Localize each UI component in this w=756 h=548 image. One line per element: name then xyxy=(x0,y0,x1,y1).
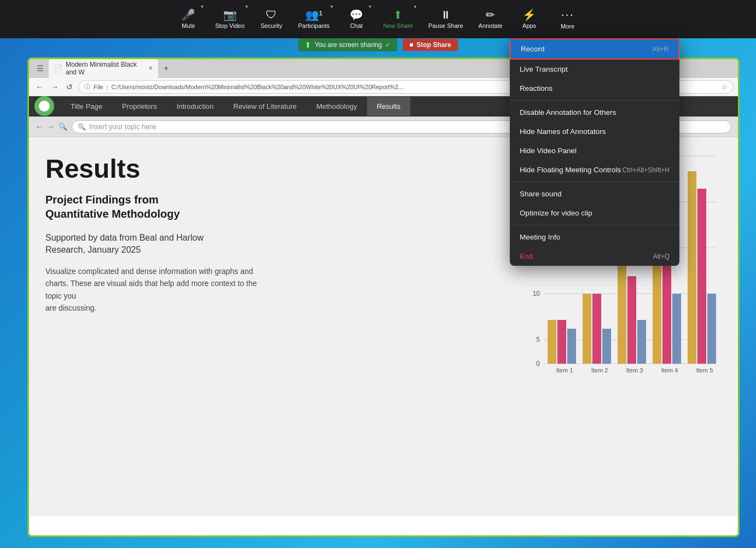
tab-review-of-literature[interactable]: Review of Literature xyxy=(224,97,307,116)
chat-icon: 💬 xyxy=(350,9,363,20)
hide-video-panel-label: Hide Video Panel xyxy=(520,147,577,155)
address-info-icon: ⓘ xyxy=(84,83,90,91)
back-button[interactable]: ← xyxy=(33,81,45,92)
participants-button[interactable]: 👥¹ Participants ▼ xyxy=(290,0,337,38)
share-sound-menu-item[interactable]: Share sound xyxy=(510,184,679,203)
new-share-label: New Share xyxy=(383,22,413,29)
forward-button[interactable]: → xyxy=(49,81,61,92)
security-button[interactable]: 🛡 Security xyxy=(252,0,290,38)
tab-results[interactable]: Results xyxy=(367,97,410,116)
bar-item3-c xyxy=(637,320,646,364)
mute-button[interactable]: 🎤 Mute ▼ xyxy=(169,0,207,38)
search-zoom-button[interactable]: 🔍 xyxy=(59,123,67,131)
hide-video-panel-menu-item[interactable]: Hide Video Panel xyxy=(510,141,679,160)
stop-video-caret: ▼ xyxy=(245,4,249,9)
end-shortcut: Alt+Q xyxy=(653,253,670,260)
record-menu-item[interactable]: Record Alt+R xyxy=(510,38,679,60)
pause-share-label: Pause Share xyxy=(428,22,463,29)
more-label: More xyxy=(561,23,574,30)
svg-text:Item 1: Item 1 xyxy=(556,367,573,374)
address-icons: ☆ xyxy=(722,83,728,91)
bar-item1-a xyxy=(548,320,556,364)
live-transcript-label: Live Transcript xyxy=(520,65,568,73)
address-separator: | xyxy=(107,84,108,90)
reload-button[interactable]: ↺ xyxy=(64,81,75,92)
tab-proprietors[interactable]: Proprietors xyxy=(112,97,167,116)
address-file-label: File xyxy=(94,84,103,90)
meeting-info-menu-item[interactable]: Meeting Info xyxy=(510,228,679,247)
bar-item2-c xyxy=(602,329,611,364)
pause-share-button[interactable]: ⏸ Pause Share xyxy=(421,0,471,38)
new-share-caret: ▼ xyxy=(413,4,417,9)
bar-item3-b xyxy=(627,276,636,364)
bar-item2-a xyxy=(583,294,591,364)
menu-divider-2 xyxy=(510,182,679,182)
bar-item5-c xyxy=(707,294,716,364)
tab-title-page[interactable]: Title Page xyxy=(61,97,112,116)
svg-text:Item 4: Item 4 xyxy=(661,367,678,374)
annotate-icon: ✏ xyxy=(486,9,495,20)
disable-annotation-menu-item[interactable]: Disable Annotation for Others xyxy=(510,103,679,122)
hide-floating-shortcut: Ctrl+Alt+Shift+H xyxy=(623,166,670,174)
bar-item1-b xyxy=(557,320,566,364)
slide-subtitle: Project Findings fromQuantitative Method… xyxy=(45,193,503,221)
hide-floating-menu-item[interactable]: Hide Floating Meeting Controls Ctrl+Alt+… xyxy=(510,160,679,179)
slide-body: Visualize complicated and dense informat… xyxy=(45,265,503,314)
stop-share-button[interactable]: ■ Stop Share xyxy=(403,39,458,51)
end-label: End xyxy=(520,252,533,260)
meeting-info-label: Meeting Info xyxy=(520,233,560,241)
hide-names-menu-item[interactable]: Hide Names of Annotators xyxy=(510,122,679,141)
more-button[interactable]: ··· More xyxy=(549,0,587,38)
browser-tab[interactable]: 📄 Modern Minimalist Black and W ✕ xyxy=(49,59,158,78)
stop-share-label: Stop Share xyxy=(416,41,451,49)
participants-caret: ▼ xyxy=(330,4,334,9)
chat-button[interactable]: 💬 Chat ▼ xyxy=(338,0,376,38)
menu-divider-1 xyxy=(510,100,679,101)
new-share-button[interactable]: ⬆ New Share ▼ xyxy=(376,0,421,38)
svg-text:10: 10 xyxy=(533,290,540,298)
live-transcript-menu-item[interactable]: Live Transcript xyxy=(510,60,679,79)
share-bar: ⬆ You are screen sharing ✓ ■ Stop Share xyxy=(298,38,458,51)
search-back-button[interactable]: ← xyxy=(36,123,43,131)
search-placeholder: Insert your topic here xyxy=(89,123,156,131)
disable-annotation-label: Disable Annotation for Others xyxy=(520,108,616,116)
search-icon: 🔍 xyxy=(78,123,86,131)
apps-label: Apps xyxy=(522,22,536,29)
tab-methodology[interactable]: Methodology xyxy=(306,97,367,116)
stop-video-button[interactable]: 📷 Stop Video ▼ xyxy=(207,0,252,38)
bar-item5-b xyxy=(697,189,706,364)
share-status-icon: ⬆ xyxy=(305,40,311,49)
tab-introduction[interactable]: Introduction xyxy=(167,97,224,116)
logo-circle xyxy=(39,101,50,112)
participants-label: Participants xyxy=(298,22,329,29)
reactions-menu-item[interactable]: Reactions xyxy=(510,79,679,98)
svg-text:Item 3: Item 3 xyxy=(626,367,643,374)
new-tab-button[interactable]: + xyxy=(160,63,172,73)
mute-caret: ▼ xyxy=(200,4,204,9)
mute-icon: 🎤 xyxy=(182,9,195,20)
search-forward-button[interactable]: → xyxy=(47,123,54,131)
share-status: ⬆ You are screen sharing ✓ xyxy=(298,38,397,51)
apps-icon: ⚡ xyxy=(522,9,536,20)
bar-item2-b xyxy=(592,294,601,364)
more-dropdown-menu: Record Alt+R Live Transcript Reactions D… xyxy=(510,38,679,266)
optimize-video-menu-item[interactable]: Optimize for video clip xyxy=(510,203,679,223)
share-status-check: ✓ xyxy=(385,41,391,49)
chat-caret: ▼ xyxy=(368,4,373,9)
annotate-button[interactable]: ✏ Annotate xyxy=(471,0,510,38)
apps-button[interactable]: ⚡ Apps xyxy=(510,0,549,38)
share-status-text: You are screen sharing xyxy=(315,41,382,49)
share-sound-label: Share sound xyxy=(520,190,562,198)
slide-title: Results xyxy=(45,154,503,184)
browser-menu-icon: ☰ xyxy=(33,62,46,75)
end-menu-item[interactable]: End Alt+Q xyxy=(510,247,679,266)
chat-label: Chat xyxy=(350,22,363,29)
tab-title: Modern Minimalist Black and W xyxy=(66,61,143,76)
tab-close-button[interactable]: ✕ xyxy=(148,65,153,71)
bar-item4-c xyxy=(672,294,681,364)
tab-favicon: 📄 xyxy=(54,65,62,72)
mute-label: Mute xyxy=(182,22,195,29)
slide-left-panel: Results Project Findings fromQuantitativ… xyxy=(29,137,519,516)
bar-item5-a xyxy=(688,171,696,364)
star-icon: ☆ xyxy=(722,83,728,91)
